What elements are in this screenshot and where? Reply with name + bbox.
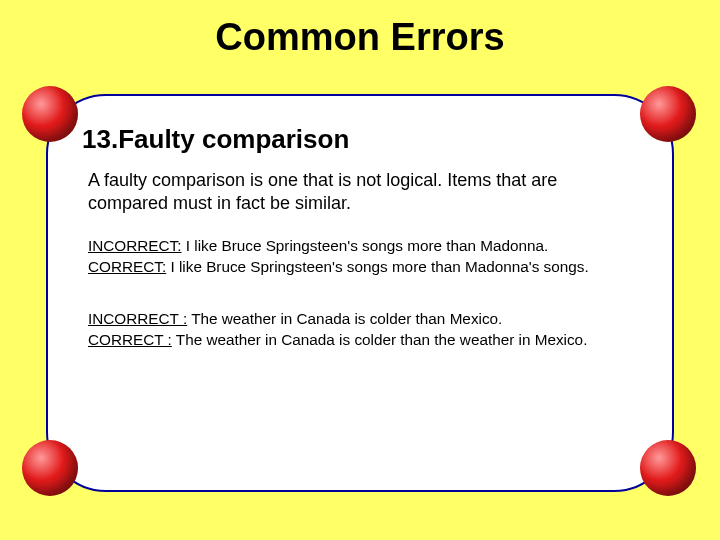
- section-name: Faulty comparison: [118, 124, 349, 154]
- red-ball-icon: [640, 86, 696, 142]
- example-block-2: INCORRECT : The weather in Canada is col…: [88, 309, 632, 350]
- correct-text: I like Bruce Springsteen's songs more th…: [166, 258, 589, 275]
- section-heading: 13.Faulty comparison: [82, 124, 632, 155]
- correct-label: CORRECT:: [88, 258, 166, 275]
- content-frame: 13.Faulty comparison A faulty comparison…: [46, 94, 674, 492]
- example-correct: CORRECT : The weather in Canada is colde…: [88, 330, 632, 351]
- correct-label: CORRECT :: [88, 331, 172, 348]
- incorrect-label: INCORRECT:: [88, 237, 181, 254]
- red-ball-icon: [640, 440, 696, 496]
- section-description: A faulty comparison is one that is not l…: [88, 169, 632, 214]
- red-ball-icon: [22, 440, 78, 496]
- example-incorrect: INCORRECT: I like Bruce Springsteen's so…: [88, 236, 632, 257]
- example-correct: CORRECT: I like Bruce Springsteen's song…: [88, 257, 632, 278]
- incorrect-text: The weather in Canada is colder than Mex…: [187, 310, 502, 327]
- incorrect-text: I like Bruce Springsteen's songs more th…: [181, 237, 548, 254]
- slide-title: Common Errors: [0, 0, 720, 59]
- example-incorrect: INCORRECT : The weather in Canada is col…: [88, 309, 632, 330]
- red-ball-icon: [22, 86, 78, 142]
- correct-text: The weather in Canada is colder than the…: [172, 331, 588, 348]
- section-number: 13.: [82, 124, 118, 154]
- example-block-1: INCORRECT: I like Bruce Springsteen's so…: [88, 236, 632, 277]
- incorrect-label: INCORRECT :: [88, 310, 187, 327]
